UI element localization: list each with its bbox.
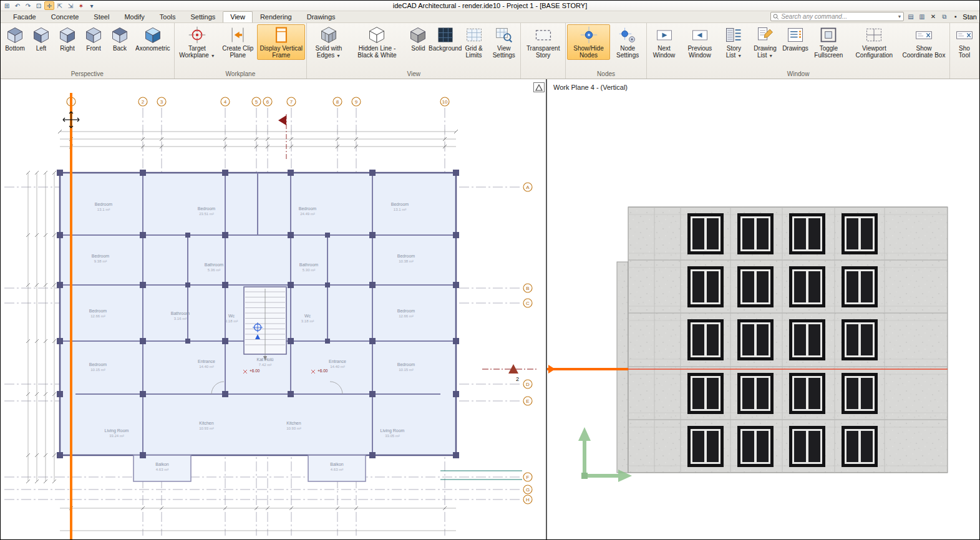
ribbon-button-back[interactable]: Back (107, 24, 133, 60)
axis-bubble-2[interactable]: 2 (138, 97, 147, 106)
select-node-icon[interactable]: ✛ (44, 1, 54, 10)
axis-bubble-7[interactable]: 7 (287, 97, 296, 106)
tab-settings[interactable]: Settings (183, 11, 223, 22)
redo-icon[interactable]: ↷ (23, 1, 33, 10)
search-input[interactable] (781, 13, 895, 20)
titlebar: ideCAD Architectural - render.ide10 - Pr… (1, 1, 979, 11)
svg-text:33.05 m²: 33.05 m² (385, 434, 400, 438)
ribbon-group-label: Workplane (176, 70, 306, 79)
ribbon-button-front[interactable]: Front (80, 24, 107, 60)
ribbon-button-display-vertical-frame[interactable]: Display Vertical Frame (257, 24, 305, 60)
windows-icon[interactable]: ⊞ (2, 1, 12, 10)
window (842, 373, 878, 414)
external-window-mini-icon[interactable]: ⧉ (939, 12, 949, 21)
viewport-elevation[interactable]: Work Plane 4 - (Vertical) (547, 79, 979, 539)
svg-text:Balkon: Balkon (155, 462, 169, 466)
axis-bubble-4[interactable]: 4 (221, 97, 230, 106)
axis-bubble-G[interactable]: G (523, 485, 532, 494)
ribbon-button-viewport-configuration[interactable]: Viewport Configuration (849, 24, 900, 60)
viewport-indicator-button[interactable] (533, 82, 545, 92)
axis-bubble-D[interactable]: D (523, 380, 532, 388)
viewport-plan[interactable]: Bedroom13.1 m²Bedroom23.51 m²Bedroom24.4… (1, 79, 546, 539)
ribbon-button-show-coordinate-box[interactable]: Show Coordinate Box (900, 24, 948, 60)
search-dropdown-icon[interactable]: ▼ (897, 14, 901, 19)
axis-bubble-C[interactable]: C (523, 299, 532, 307)
axis-bubble-5[interactable]: 5 (252, 97, 261, 106)
tab-view[interactable]: View (223, 11, 253, 22)
ribbon-button-axonometric[interactable]: Axonometric (133, 24, 173, 60)
svg-text:10.38 m²: 10.38 m² (399, 259, 414, 263)
window (789, 426, 825, 467)
ribbon-button-show-hide-nodes[interactable]: Show/Hide Nodes (567, 24, 610, 60)
drawing-list-mini-icon[interactable]: ▥ (917, 12, 926, 21)
axis-bubble-H[interactable]: H (523, 495, 532, 504)
close-mini-icon[interactable]: ✕ (928, 12, 938, 21)
axis-bubble-E[interactable]: E (523, 397, 532, 405)
command-search-box[interactable]: ▼ (770, 12, 904, 21)
window (737, 266, 774, 307)
axis-bubble-F[interactable]: F (523, 473, 532, 481)
new-window-icon[interactable]: ⊡ (34, 1, 44, 10)
axis-bubble-10[interactable]: 10 (440, 97, 449, 106)
tab-rendering[interactable]: Rendering (253, 11, 299, 22)
floor-plan-canvas[interactable]: Bedroom13.1 m²Bedroom23.51 m²Bedroom24.4… (1, 79, 546, 539)
tab-facade[interactable]: Facade (6, 11, 44, 22)
svg-text:3.16 m²: 3.16 m² (174, 317, 187, 321)
axis-bubble-3[interactable]: 3 (157, 97, 166, 106)
svg-text:14.40 m²: 14.40 m² (330, 365, 345, 369)
ribbon-button-background[interactable]: Background (431, 24, 459, 60)
window (687, 213, 724, 254)
axis-icon[interactable]: ✶ (76, 1, 86, 10)
ribbon-group-untitled: Sho Tool (950, 23, 979, 79)
ribbon-button-right[interactable]: Right (54, 24, 80, 60)
ribbon-button-solid[interactable]: Solid (405, 24, 431, 60)
ribbon-group-label: Window (648, 70, 948, 79)
workplane-flag-marker[interactable] (278, 114, 286, 159)
section-marker-2[interactable]: 2 (482, 364, 537, 382)
align-node-icon[interactable]: ⇲ (65, 1, 75, 10)
ribbon-button-drawings[interactable]: Drawings (782, 24, 808, 60)
toolbar-options-icon[interactable]: ▾ (87, 1, 97, 10)
axis-bubble-6[interactable]: 6 (263, 97, 272, 106)
window (842, 319, 878, 360)
tab-steel[interactable]: Steel (86, 11, 117, 22)
svg-text:A: A (526, 185, 530, 190)
ribbon-button-next-window[interactable]: Next Window (648, 24, 680, 60)
ribbon-button-toggle-fullscreen[interactable]: Toggle Fullscreen (808, 24, 849, 60)
svg-text:13.1 m²: 13.1 m² (97, 208, 110, 211)
tab-tools[interactable]: Tools (152, 11, 183, 22)
tab-drawings[interactable]: Drawings (299, 11, 343, 22)
svg-text:Living Room: Living Room (381, 428, 405, 433)
move-node-icon[interactable]: ⇱ (55, 1, 65, 10)
building-elevation[interactable] (617, 207, 948, 473)
tab-modify[interactable]: Modify (117, 11, 152, 22)
axis-bubble-8[interactable]: 8 (333, 97, 342, 106)
axis-bubble-B[interactable]: B (523, 284, 532, 292)
ribbon-button-node-settings[interactable]: Node Settings (610, 24, 645, 60)
ribbon-button-drawing-list[interactable]: Drawing List ▼ (748, 24, 782, 60)
tab-concrete[interactable]: Concrete (44, 11, 87, 22)
elevation-canvas[interactable] (547, 79, 979, 539)
story-list-mini-icon[interactable]: ▤ (906, 12, 915, 21)
ribbon-button-grid-limits[interactable]: Grid & Limits (459, 24, 488, 60)
undo-icon[interactable]: ↶ (12, 1, 22, 10)
ribbon-button-left[interactable]: Left (28, 24, 54, 60)
ribbon-button-hidden-line-black-white[interactable]: Hidden Line - Black & White (349, 24, 405, 60)
ribbon-button-sho-tool[interactable]: Sho Tool (951, 24, 978, 60)
ribbon-button-view-settings[interactable]: View Settings (488, 24, 519, 60)
ribbon-button-solid-with-edges[interactable]: Solid with Edges ▼ (308, 24, 349, 60)
ribbon-button-create-clip-plane[interactable]: Create Clip Plane (218, 24, 257, 60)
ribbon-button-bottom[interactable]: Bottom (2, 24, 28, 60)
svg-text:3.18 m²: 3.18 m² (225, 319, 238, 323)
ribbon-button-target-workplane[interactable]: Target Workplane ▼ (176, 24, 219, 60)
axis-bubble-9[interactable]: 9 (352, 97, 361, 106)
svg-text:8: 8 (336, 99, 339, 105)
ribbon-button-transparent-story[interactable]: Transparent Story (522, 24, 563, 60)
svg-text:Kitchen: Kitchen (199, 421, 213, 425)
ribbon-button-previous-window[interactable]: Previous Window (680, 24, 720, 60)
ribbon-button-story-list[interactable]: Story List ▼ (720, 24, 748, 60)
axis-bubble-A[interactable]: A (523, 183, 532, 191)
svg-text:Bedroom: Bedroom (89, 362, 107, 367)
window (687, 426, 724, 467)
svg-text:Bedroom: Bedroom (299, 206, 317, 211)
